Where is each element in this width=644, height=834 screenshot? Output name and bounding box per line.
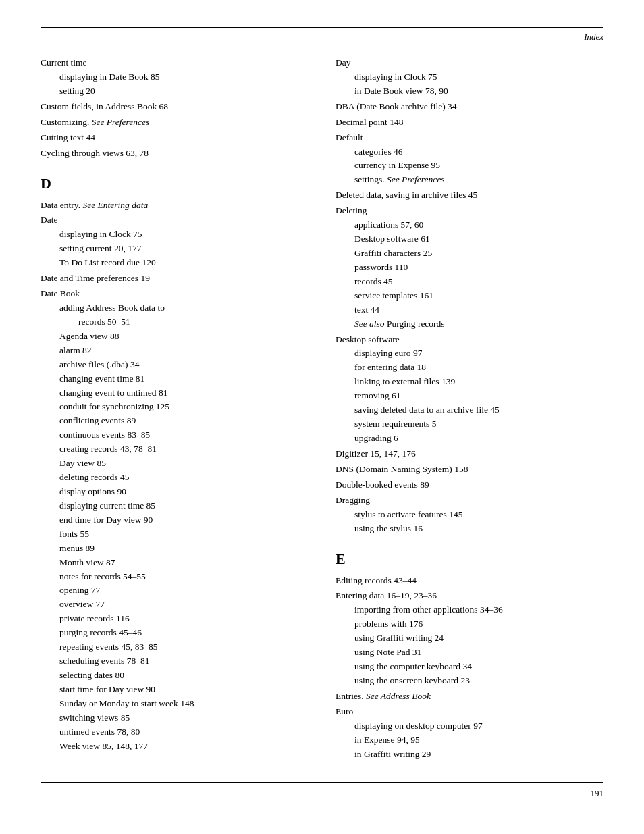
index-entry-sub: in Expense 94, 95 <box>336 733 603 748</box>
index-entry-sub: using the stylus 16 <box>336 522 603 536</box>
index-entry-sub: in Date Book view 78, 90 <box>336 84 603 99</box>
index-entry-main: Digitizer 15, 147, 176 <box>336 447 603 461</box>
index-entry-main: Deleting <box>336 204 603 218</box>
index-entry-sub: system requirements 5 <box>336 417 603 432</box>
index-entry-sub: creating records 43, 78–81 <box>41 442 308 457</box>
index-entry-sub: archive files (.dba) 34 <box>41 358 308 372</box>
index-entry-sub: switching views 85 <box>41 711 308 725</box>
top-rule <box>41 27 603 28</box>
index-entry-sub: problems with 176 <box>336 617 603 631</box>
index-entry-sub: using Graffiti writing 24 <box>336 631 603 646</box>
index-entry-sub: conflicting events 89 <box>41 414 308 428</box>
index-entry-sub: in Graffiti writing 29 <box>336 748 603 762</box>
index-entry-sub: continuous events 83–85 <box>41 428 308 442</box>
index-entry-main: Customizing. See Preferences <box>41 115 308 130</box>
index-entry-sub: private records 116 <box>41 612 308 626</box>
index-entry-main: Date Book <box>41 287 308 301</box>
left-column: Current timedisplaying in Date Book 85se… <box>41 55 308 762</box>
index-entry-sub: applications 57, 60 <box>336 218 603 232</box>
index-entry-sub: displaying in Clock 75 <box>41 228 308 242</box>
index-entry-sub: records 45 <box>336 275 603 289</box>
index-entry-main: Cutting text 44 <box>41 131 308 145</box>
index-entry-main: Date <box>41 213 308 228</box>
index-entry-sub: conduit for synchronizing 125 <box>41 400 308 414</box>
index-entry-sub: menus 89 <box>41 542 308 556</box>
index-entry-sub: importing from other applications 34–36 <box>336 603 603 617</box>
index-entry-sub: Agenda view 88 <box>41 330 308 344</box>
index-entry-sub: notes for records 54–55 <box>41 570 308 584</box>
index-entry-sub: changing event time 81 <box>41 372 308 386</box>
index-entry-sub: overview 77 <box>41 598 308 612</box>
index-entry-main: Date and Time preferences 19 <box>41 271 308 286</box>
index-entry-sub: linking to external files 139 <box>336 375 603 389</box>
index-entry-sub: setting 20 <box>41 84 308 99</box>
index-entry-main: DBA (Date Book archive file) 34 <box>336 100 603 114</box>
index-entry-sub: opening 77 <box>41 583 308 598</box>
index-entry-sub: fonts 55 <box>41 527 308 542</box>
page-number: 191 <box>591 788 604 799</box>
index-entry-sub: display options 90 <box>41 485 308 499</box>
index-entry-sub: saving deleted data to an archive file 4… <box>336 403 603 417</box>
index-entry-main: Editing records 43–44 <box>336 574 603 588</box>
index-entry-sub: setting current 20, 177 <box>41 242 308 256</box>
index-entry-main: Data entry. See Entering data <box>41 199 308 213</box>
index-entry-main: Default <box>336 131 603 145</box>
page: Index Current timedisplaying in Date Boo… <box>0 0 644 834</box>
index-entry-sub: currency in Expense 95 <box>336 159 603 173</box>
index-entry-sub: adding Address Book data to <box>41 301 308 315</box>
index-entry-sub: Month view 87 <box>41 556 308 570</box>
index-entry-sub: To Do List record due 120 <box>41 256 308 270</box>
index-entry-sub: deleting records 45 <box>41 471 308 485</box>
index-entry-main: DNS (Domain Naming System) 158 <box>336 463 603 477</box>
index-entry-sub: scheduling events 78–81 <box>41 654 308 669</box>
index-entry-sub: repeating events 45, 83–85 <box>41 640 308 654</box>
index-entry-main: Desktop software <box>336 333 603 347</box>
header-row: Index <box>41 32 603 43</box>
index-entry-sub: service templates 161 <box>336 289 603 303</box>
index-entry-main: Cycling through views 63, 78 <box>41 147 308 161</box>
section-letter-e: E <box>336 548 603 571</box>
index-entry-sub: using the onscreen keyboard 23 <box>336 674 603 688</box>
index-entry-main: Custom fields, in Address Book 68 <box>41 100 308 114</box>
index-entry-main: Current time <box>41 56 308 70</box>
index-entry-sub: untimed events 78, 80 <box>41 725 308 739</box>
index-entry-sub2: records 50–51 <box>41 315 308 330</box>
index-entry-sub: using Note Pad 31 <box>336 646 603 660</box>
header-text: Index <box>584 32 603 43</box>
section-letter-d: D <box>41 172 308 195</box>
index-entry-sub: end time for Day view 90 <box>41 513 308 527</box>
index-entry-main: Double-booked events 89 <box>336 478 603 492</box>
index-entry-sub: purging records 45–46 <box>41 626 308 640</box>
index-entry-main: Dragging <box>336 494 603 508</box>
index-entry-sub: See also Purging records <box>336 317 603 332</box>
index-entry-main: Entering data 16–19, 23–36 <box>336 589 603 603</box>
footer-row: 191 <box>41 783 603 799</box>
index-entry-sub: Day view 85 <box>41 457 308 471</box>
index-entry-sub: alarm 82 <box>41 344 308 358</box>
index-entry-sub: text 44 <box>336 303 603 317</box>
index-entry-sub: displaying in Clock 75 <box>336 70 603 84</box>
right-column: Daydisplaying in Clock 75in Date Book vi… <box>336 55 603 762</box>
index-entry-sub: displaying euro 97 <box>336 346 603 361</box>
index-entry-sub: passwords 110 <box>336 261 603 275</box>
index-entry-sub: categories 46 <box>336 145 603 159</box>
index-entry-sub: using the computer keyboard 34 <box>336 660 603 674</box>
index-entry-sub: removing 61 <box>336 389 603 403</box>
index-entry-sub: stylus to activate features 145 <box>336 508 603 522</box>
index-entry-sub: displaying current time 85 <box>41 499 308 513</box>
index-entry-sub: Desktop software 61 <box>336 232 603 246</box>
index-entry-sub: Week view 85, 148, 177 <box>41 739 308 754</box>
index-entry-sub: upgrading 6 <box>336 432 603 446</box>
index-entry-sub: Graffiti characters 25 <box>336 246 603 261</box>
index-entry-main: Day <box>336 56 603 70</box>
index-entry-main: Decimal point 148 <box>336 115 603 130</box>
columns: Current timedisplaying in Date Book 85se… <box>41 55 603 762</box>
index-entry-sub: start time for Day view 90 <box>41 683 308 697</box>
index-entry-main: Euro <box>336 705 603 719</box>
index-entry-sub: changing event to untimed 81 <box>41 386 308 400</box>
index-entry-main: Deleted data, saving in archive files 45 <box>336 188 603 203</box>
index-entry-sub: displaying on desktop computer 97 <box>336 719 603 733</box>
index-entry-sub: for entering data 18 <box>336 361 603 375</box>
index-entry-sub: Sunday or Monday to start week 148 <box>41 697 308 711</box>
index-entry-sub: displaying in Date Book 85 <box>41 70 308 84</box>
